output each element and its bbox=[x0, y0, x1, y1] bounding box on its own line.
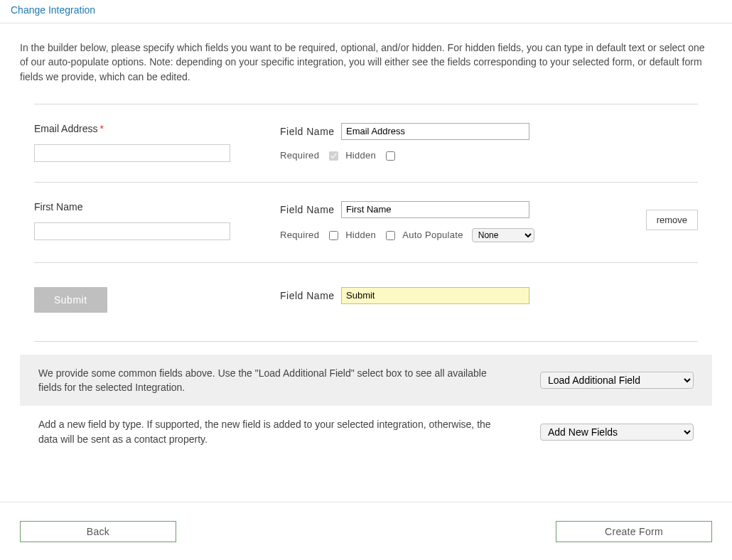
callout-text: Add a new field by type. If supported, t… bbox=[38, 417, 523, 446]
required-label: Required bbox=[280, 230, 319, 240]
hidden-label: Hidden bbox=[345, 150, 376, 161]
field-row-email: Email Address* Field Name Required Hidde… bbox=[34, 104, 698, 182]
submit-fieldname-input[interactable] bbox=[341, 287, 529, 304]
required-star: * bbox=[99, 123, 103, 134]
email-label: Email Address* bbox=[34, 123, 266, 134]
change-integration-link[interactable]: Change Integration bbox=[11, 4, 95, 16]
firstname-input[interactable] bbox=[34, 222, 230, 240]
field-name-label: Field Name bbox=[280, 290, 341, 301]
email-hidden-checkbox[interactable] bbox=[386, 151, 395, 161]
email-fieldname-input[interactable] bbox=[341, 123, 529, 140]
required-label: Required bbox=[280, 150, 319, 161]
autopopulate-label: Auto Populate bbox=[402, 230, 463, 240]
remove-button[interactable]: remove bbox=[646, 210, 698, 230]
firstname-label: First Name bbox=[34, 201, 266, 212]
field-row-submit: Submit Field Name bbox=[34, 263, 698, 341]
back-button[interactable]: Back bbox=[20, 521, 176, 542]
submit-preview-button: Submit bbox=[34, 287, 107, 313]
email-input[interactable] bbox=[34, 144, 230, 162]
field-row-firstname: First Name Field Name Required Hidden Au… bbox=[34, 183, 698, 262]
field-name-label: Field Name bbox=[280, 204, 341, 215]
firstname-autopopulate-select[interactable]: None bbox=[472, 228, 534, 242]
add-new-fields-select[interactable]: Add New Fields bbox=[540, 424, 694, 441]
intro-text: In the builder below, please specify whi… bbox=[20, 41, 712, 84]
callout-load-additional: We provide some common fields above. Use… bbox=[20, 355, 712, 406]
divider bbox=[34, 341, 698, 342]
callout-text: We provide some common fields above. Use… bbox=[38, 366, 523, 395]
load-additional-field-select[interactable]: Load Additional Field bbox=[540, 372, 694, 389]
create-form-button[interactable]: Create Form bbox=[556, 521, 712, 542]
field-name-label: Field Name bbox=[280, 126, 341, 137]
firstname-required-checkbox[interactable] bbox=[329, 231, 338, 240]
firstname-fieldname-input[interactable] bbox=[341, 201, 529, 218]
footer-bar: Back Create Form bbox=[0, 502, 732, 542]
email-required-checkbox[interactable] bbox=[329, 151, 338, 161]
firstname-hidden-checkbox[interactable] bbox=[386, 231, 395, 240]
callout-add-new: Add a new field by type. If supported, t… bbox=[20, 406, 712, 458]
hidden-label: Hidden bbox=[345, 230, 376, 240]
